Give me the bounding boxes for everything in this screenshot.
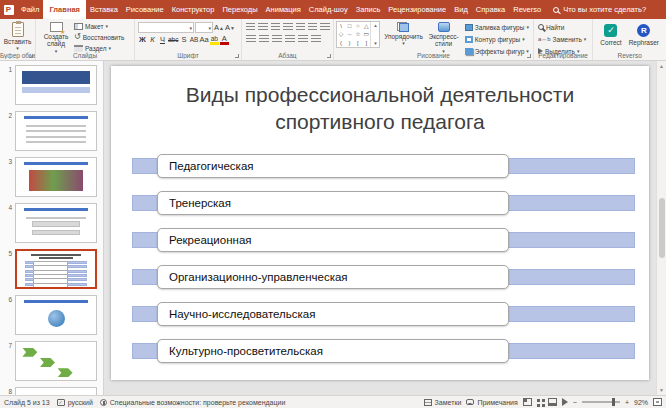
justify-icon[interactable] (259, 35, 269, 44)
reset-button[interactable]: ↺ Восстановить (74, 32, 124, 42)
thumbnail-slide-7[interactable] (15, 341, 97, 381)
slide[interactable]: Виды профессиональной деятельности спорт… (111, 66, 649, 380)
accessibility-checker[interactable]: Специальные возможности: проверьте реком… (100, 399, 286, 406)
columns-icon[interactable] (272, 35, 282, 44)
comments-button[interactable]: Примечания (466, 399, 517, 406)
tell-me-search[interactable]: Что вы хотите сделать? (553, 0, 646, 19)
replace-button[interactable]: a↔b Заменить ▾ (538, 34, 588, 44)
language-button[interactable]: ✓ русский (57, 399, 93, 406)
shape-fill-button[interactable]: Заливка фигуры ▾ (465, 22, 529, 32)
shape-paren-left-icon[interactable]: ( (340, 40, 342, 46)
list-item-box[interactable]: Рекреационная (157, 228, 509, 252)
shape-rect-icon[interactable]: □ (348, 23, 352, 29)
change-case-button[interactable]: Аа (199, 34, 208, 45)
scroll-up-icon[interactable]: ▲ (659, 63, 664, 69)
reverso-correct-button[interactable]: ✓ Correct (600, 24, 621, 46)
character-spacing-button[interactable]: АВ (189, 34, 198, 45)
align-center-icon[interactable] (320, 23, 329, 32)
list-item-box[interactable]: Культурно-просветительская (157, 339, 509, 363)
reverso-rephraser-button[interactable]: R Rephraser (629, 24, 659, 46)
dialog-launcher-icon[interactable] (29, 54, 33, 58)
text-direction-icon[interactable] (285, 35, 295, 44)
paste-button[interactable]: Вставить ▾ (2, 21, 33, 51)
thumbnail-slide-6[interactable] (15, 295, 97, 335)
align-left-icon[interactable] (308, 23, 317, 32)
font-name-select[interactable]: ▾ (138, 22, 194, 33)
normal-view-button[interactable] (523, 398, 532, 406)
fit-to-window-icon[interactable] (653, 398, 662, 406)
indent-decrease-icon[interactable] (271, 23, 280, 32)
notes-button[interactable]: Заметки (424, 399, 462, 406)
shrink-font-button[interactable]: А▼ (225, 22, 235, 33)
dialog-launcher-icon[interactable] (327, 54, 331, 58)
zoom-out-button[interactable]: − (573, 399, 577, 406)
shapes-gallery-scroll[interactable]: ▲ ▼ (370, 22, 379, 47)
strikethrough-button[interactable]: abc (168, 34, 178, 45)
slide-title[interactable]: Виды профессиональной деятельности спорт… (145, 81, 615, 136)
vertical-scrollbar[interactable]: ▲ ▼ (656, 61, 666, 395)
zoom-in-button[interactable]: + (625, 399, 629, 406)
text-shadow-button[interactable]: S (179, 34, 188, 45)
dialog-launcher-icon[interactable] (527, 54, 531, 58)
indent-increase-icon[interactable] (283, 23, 292, 32)
tab-insert[interactable]: Вставка (86, 0, 122, 19)
tab-transitions[interactable]: Переходы (218, 0, 261, 19)
tab-draw[interactable]: Рисование (122, 0, 168, 19)
font-size-select[interactable]: ▾ (195, 22, 213, 33)
underline-button[interactable]: Ч (158, 34, 167, 45)
bold-button[interactable]: Ж (138, 34, 147, 45)
shape-diamond-icon[interactable]: ◇ (339, 31, 344, 37)
shape-triangle-icon[interactable]: △ (364, 23, 369, 29)
new-slide-button[interactable]: Создать слайд ▾ (38, 21, 74, 54)
scroll-up-icon[interactable]: ▲ (373, 23, 377, 28)
tab-design[interactable]: Конструктор (168, 0, 219, 19)
scrollbar-thumb[interactable] (659, 198, 665, 258)
shape-paren-right-icon[interactable]: ) (348, 40, 350, 46)
tab-slideshow[interactable]: Слайд-шоу (305, 0, 352, 19)
tab-help[interactable]: Справка (472, 0, 509, 19)
list-item-box[interactable]: Тренерская (157, 191, 509, 215)
thumbnail-slide-4[interactable] (15, 203, 97, 243)
line-spacing-icon[interactable] (296, 23, 305, 32)
font-color-button[interactable]: А (220, 34, 229, 45)
grow-font-button[interactable]: А▲ (214, 22, 224, 33)
thumbnail-slide-1[interactable] (15, 65, 97, 105)
list-item-box[interactable]: Научно-исследовательская (157, 302, 509, 326)
shape-line-icon[interactable]: \ (340, 23, 342, 29)
thumbnail-slide-3[interactable] (15, 157, 97, 197)
shape-star-icon[interactable]: ☆ (355, 31, 360, 37)
zoom-slider[interactable] (582, 401, 620, 403)
list-item-box[interactable]: Педагогическая (157, 154, 509, 178)
tab-record[interactable]: Запись (352, 0, 385, 19)
layout-button[interactable]: Макет ▾ (74, 21, 124, 31)
tab-file[interactable]: Файл (17, 0, 43, 19)
tab-home[interactable]: Главная (43, 0, 86, 19)
scroll-down-icon[interactable]: ▼ (659, 387, 664, 393)
scroll-down-icon[interactable]: ▼ (373, 41, 377, 46)
align-text-icon[interactable] (298, 35, 308, 44)
shape-outline-button[interactable]: Контур фигуры ▾ (465, 34, 529, 44)
zoom-level[interactable]: 92% (634, 399, 648, 406)
zoom-slider-thumb[interactable] (612, 398, 615, 406)
reading-view-button[interactable] (548, 398, 557, 406)
thumbnail-slide-5[interactable] (15, 249, 97, 289)
numbering-icon[interactable] (258, 23, 267, 32)
dialog-launcher-icon[interactable] (235, 54, 239, 58)
tab-review[interactable]: Рецензирование (384, 0, 450, 19)
italic-button[interactable]: К (148, 34, 157, 45)
slide-sorter-view-button[interactable] (537, 399, 540, 402)
list-item-box[interactable]: Организационно-управленческая (157, 265, 509, 289)
highlight-color-button[interactable]: ab (210, 34, 219, 45)
shape-circle-icon[interactable]: ○ (356, 23, 360, 29)
shape-bracket-left-icon[interactable]: [ (357, 40, 359, 46)
convert-smartart-icon[interactable] (311, 35, 321, 44)
tab-reverso[interactable]: Reverso (509, 0, 545, 19)
thumbnail-slide-8[interactable] (15, 387, 97, 395)
tab-view[interactable]: Вид (450, 0, 472, 19)
shape-bracket-right-icon[interactable]: ] (365, 40, 367, 46)
find-button[interactable]: Найти (538, 22, 588, 32)
bullets-icon[interactable] (246, 23, 255, 32)
shapes-gallery[interactable]: \ □ ○ △ ◇ → ☆ ▭ ( ) [ ] ▲ ▼ (336, 21, 381, 48)
slideshow-view-button[interactable] (562, 398, 568, 406)
shape-arrow-icon[interactable]: → (346, 31, 352, 37)
